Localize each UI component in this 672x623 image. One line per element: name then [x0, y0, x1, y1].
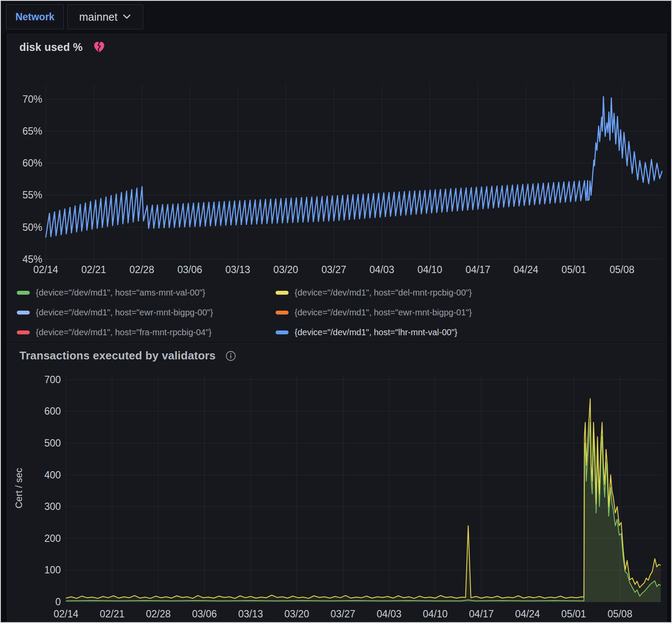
- y-tick-label: 500: [44, 437, 61, 449]
- legend-item[interactable]: {device="/dev/md1", host="ewr-mnt-bigpg-…: [17, 308, 276, 318]
- x-tick-label: 02/14: [53, 608, 79, 620]
- x-tick-label: 05/01: [561, 608, 586, 620]
- grid-lines: [46, 84, 662, 265]
- y-tick-label: 700: [44, 374, 61, 385]
- disk-used-panel-title[interactable]: disk used %: [19, 41, 83, 53]
- y-tick-label: 70%: [22, 94, 42, 105]
- transactions-panel-header: Transactions executed by validators: [7, 343, 666, 362]
- x-tick-label: 04/24: [514, 264, 539, 275]
- x-tick-label: 04/03: [370, 264, 395, 275]
- legend-series-swatch: [276, 291, 289, 295]
- info-icon[interactable]: [225, 350, 236, 362]
- x-tick-label: 02/28: [146, 608, 171, 620]
- legend-row: {device="/dev/md1", host="ewr-mnt-bigpg-…: [17, 302, 659, 322]
- legend-item[interactable]: {device="/dev/md1", host="del-mnt-rpcbig…: [276, 288, 659, 298]
- y-axis-title: Cert / sec: [13, 468, 24, 508]
- x-tick-label: 03/20: [273, 264, 298, 275]
- x-tick-label: 05/08: [607, 608, 632, 620]
- x-tick-label: 03/27: [330, 608, 355, 620]
- y-tick-label: 55%: [22, 189, 42, 201]
- legend-series-label: {device="/dev/md1", host="del-mnt-rpcbig…: [295, 288, 472, 298]
- x-tick-label: 04/10: [423, 608, 448, 620]
- x-tick-label: 03/13: [226, 264, 251, 275]
- x-tick-label: 04/17: [469, 608, 494, 620]
- y-tick-label: 600: [44, 406, 61, 417]
- disk-used-panel-header: disk used %: [7, 34, 666, 54]
- legend-item[interactable]: {device="/dev/md1", host="fra-mnt-rpcbig…: [17, 327, 276, 337]
- network-variable-dropdown[interactable]: mainnet: [67, 4, 143, 29]
- x-tick-label: 04/24: [515, 608, 540, 620]
- y-tick-label: 50%: [22, 222, 42, 233]
- legend-series-swatch: [276, 311, 289, 315]
- y-tick-label: 400: [44, 469, 61, 481]
- legend-item[interactable]: {device="/dev/md1", host="ams-mnt-val-00…: [17, 288, 276, 298]
- series-line: [46, 97, 662, 238]
- x-tick-label: 04/17: [465, 264, 490, 275]
- legend-item[interactable]: {device="/dev/md1", host="lhr-mnt-val-00…: [276, 327, 659, 337]
- legend-series-swatch: [276, 330, 289, 334]
- y-tick-label: 60%: [22, 157, 42, 169]
- x-tick-label: 04/10: [418, 264, 443, 275]
- chevron-down-icon: [122, 14, 131, 20]
- legend-row: {device="/dev/md1", host="ams-mnt-val-00…: [17, 283, 659, 302]
- x-tick-label: 05/01: [562, 264, 587, 275]
- broken-heart-icon: [92, 40, 106, 54]
- y-tick-label: 65%: [22, 126, 42, 137]
- chart-svg[interactable]: 02/1402/2102/2803/0603/1303/2003/2704/03…: [7, 368, 667, 623]
- transactions-panel-title[interactable]: Transactions executed by validators: [19, 349, 216, 362]
- x-tick-label: 05/08: [609, 264, 634, 275]
- y-tick-label: 45%: [22, 254, 42, 265]
- legend-series-swatch: [17, 330, 30, 334]
- legend-series-label: {device="/dev/md1", host="fra-mnt-rpcbig…: [36, 327, 212, 337]
- series-area: [66, 422, 661, 602]
- variable-label-network: Network: [6, 4, 64, 29]
- x-tick-label: 03/06: [177, 264, 202, 275]
- grid-lines: [66, 374, 662, 602]
- legend-series-swatch: [17, 291, 30, 295]
- x-tick-label: 03/06: [192, 608, 217, 620]
- series-area: [66, 399, 661, 602]
- x-tick-label: 04/03: [377, 608, 402, 620]
- grafana-dashboard: Network mainnet disk used % 02/1402/2102…: [0, 0, 672, 623]
- x-tick-label: 02/28: [129, 264, 154, 275]
- series-line: [66, 399, 661, 598]
- legend-series-label: {device="/dev/md1", host="lhr-mnt-val-00…: [295, 327, 457, 337]
- x-tick-label: 03/13: [238, 608, 263, 620]
- legend-series-label: {device="/dev/md1", host="ewr-mnt-bigpg-…: [36, 308, 213, 318]
- x-tick-label: 03/27: [321, 264, 346, 275]
- variable-value-text: mainnet: [79, 11, 118, 23]
- disk-used-legend: {device="/dev/md1", host="ams-mnt-val-00…: [17, 283, 659, 342]
- y-tick-label: 300: [44, 501, 61, 512]
- y-tick-label: 0: [55, 596, 61, 607]
- y-tick-label: 100: [44, 564, 61, 576]
- series-line: [66, 422, 661, 601]
- x-tick-label: 02/21: [82, 264, 107, 275]
- dashboard-topbar: Network mainnet: [1, 1, 671, 33]
- y-tick-label: 200: [44, 533, 61, 544]
- transactions-panel: Transactions executed by validators 02/1…: [7, 343, 667, 623]
- legend-series-label: {device="/dev/md1", host="ams-mnt-val-00…: [36, 288, 205, 298]
- chart-svg[interactable]: 02/1402/2102/2803/0603/1303/2003/2704/03…: [7, 82, 667, 284]
- x-tick-label: 02/14: [33, 264, 58, 275]
- legend-series-label: {device="/dev/md1", host="ewr-mnt-bigpg-…: [295, 308, 472, 318]
- x-tick-label: 02/21: [100, 608, 125, 620]
- disk-used-panel: disk used % 02/1402/2102/2803/0603/1303/…: [7, 34, 667, 342]
- x-tick-label: 03/20: [284, 608, 309, 620]
- legend-row: {device="/dev/md1", host="fra-mnt-rpcbig…: [17, 322, 659, 342]
- transactions-chart[interactable]: 02/1402/2102/2803/0603/1303/2003/2704/03…: [7, 368, 667, 623]
- legend-item[interactable]: {device="/dev/md1", host="ewr-mnt-bigpg-…: [276, 308, 659, 318]
- legend-series-swatch: [17, 311, 30, 315]
- disk-used-chart[interactable]: 02/1402/2102/2803/0603/1303/2003/2704/03…: [7, 82, 667, 284]
- variable-label-text: Network: [16, 11, 55, 23]
